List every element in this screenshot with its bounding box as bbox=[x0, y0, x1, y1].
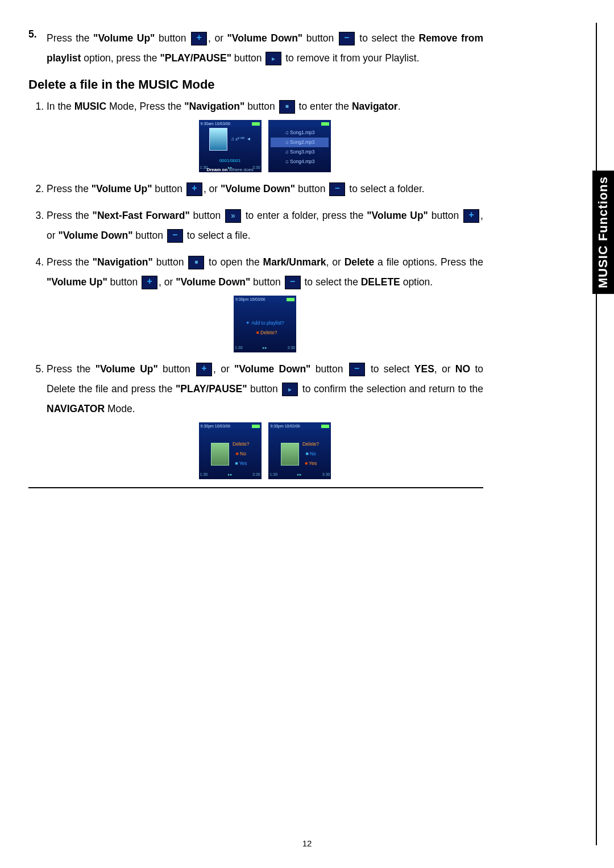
navigation-icon bbox=[188, 256, 204, 269]
step-4: Press the "Navigation" button to open th… bbox=[47, 252, 483, 352]
step-2: Press the "Volume Up" button , or "Volum… bbox=[47, 179, 483, 199]
volume-up-icon bbox=[463, 209, 479, 223]
section-end-rule bbox=[28, 487, 483, 488]
volume-up-icon bbox=[196, 363, 212, 376]
volume-down-icon bbox=[349, 363, 365, 376]
album-art-icon bbox=[209, 128, 227, 151]
intro-step-5: Press the "Volume Up" button , or "Volum… bbox=[47, 28, 483, 68]
volume-down-icon bbox=[285, 276, 301, 289]
page-number: 12 bbox=[302, 838, 312, 848]
heading-delete-file: Delete a file in the MUSIC Mode bbox=[28, 77, 483, 92]
page-border-right bbox=[596, 23, 597, 845]
side-tab-music-functions: MUSIC Functions bbox=[592, 171, 614, 294]
list-number: 5. bbox=[28, 28, 47, 68]
screenshot-navigator-left: 9:30am 10/03/06 ♫ z² ᴹᴿ ◄ 0001/0001 Drea… bbox=[199, 120, 262, 172]
step-3: Press the "Next-Fast Forward" button to … bbox=[47, 206, 483, 246]
navigation-icon bbox=[279, 100, 295, 114]
page-content: 5. Press the "Volume Up" button , or "Vo… bbox=[28, 28, 483, 488]
step-5: Press the "Volume Up" button , or "Volum… bbox=[47, 359, 483, 479]
volume-down-icon bbox=[329, 182, 345, 196]
screenshot-delete-menu: 9:30pm 10/03/06 ✦ Add to playlist? Delet… bbox=[234, 296, 296, 352]
screenshot-delete-yes: 9:30pm 10/03/06 Delete? No Yes 1:30▸▸3:3… bbox=[268, 422, 331, 479]
volume-down-icon bbox=[339, 32, 355, 45]
play-pause-icon bbox=[265, 52, 281, 65]
album-art-icon bbox=[211, 443, 229, 466]
fast-forward-icon bbox=[225, 209, 241, 223]
volume-down-icon bbox=[167, 229, 183, 243]
volume-up-icon bbox=[186, 182, 202, 196]
volume-up-icon bbox=[142, 276, 157, 289]
screenshot-delete-no: 9:30pm 10/03/06 Delete? No Yes 1:30▸▸3:3… bbox=[199, 422, 262, 479]
screenshot-navigator-right: Song1.mp3 Song2.mp3 Song3.mp3 Song4.mp3 bbox=[268, 120, 331, 172]
play-pause-icon bbox=[282, 383, 298, 396]
album-art-icon bbox=[281, 443, 299, 466]
step-1: In the MUSIC Mode, Press the "Navigation… bbox=[47, 97, 483, 172]
volume-up-icon bbox=[191, 32, 207, 45]
